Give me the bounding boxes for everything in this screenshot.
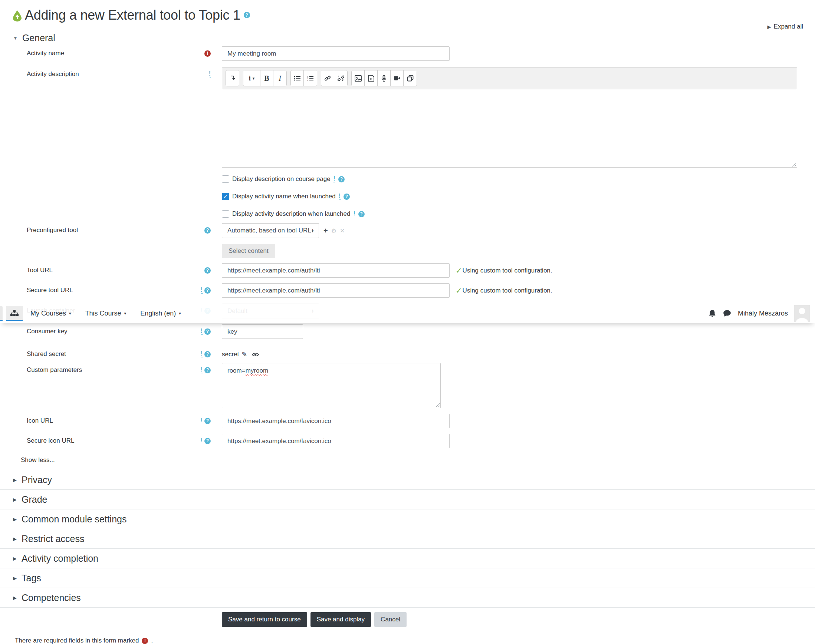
nav-language[interactable]: English (en) ▾: [140, 310, 181, 317]
warning-icon[interactable]: !: [209, 71, 211, 78]
secure-tool-url-label: Secure tool URL: [27, 287, 73, 294]
help-icon[interactable]: ?: [205, 328, 211, 335]
custom-parameters-textarea[interactable]: room=myroom: [222, 363, 441, 408]
required-icon: !: [142, 638, 148, 644]
bold-icon[interactable]: B: [260, 71, 274, 86]
warning-icon[interactable]: !: [339, 193, 341, 200]
checkbox-row: ✓ Display activity name when launched ! …: [222, 193, 815, 200]
nav-my-courses[interactable]: My Courses ▾: [31, 310, 71, 317]
warning-icon[interactable]: !: [353, 211, 355, 217]
user-name[interactable]: Mihály Mészáros: [738, 310, 788, 317]
row-tool-url: Tool URL ? ✓ Using custom tool configura…: [0, 263, 815, 278]
tool-url-input[interactable]: [222, 263, 450, 278]
external-tool-activity-icon: [13, 11, 22, 21]
help-icon[interactable]: ?: [338, 176, 344, 182]
chevron-right-icon: ▶: [13, 517, 17, 522]
help-icon[interactable]: ?: [205, 227, 211, 233]
expand-toolbar-icon[interactable]: [226, 71, 239, 86]
help-icon[interactable]: ?: [205, 438, 211, 444]
section-header-tags[interactable]: ▶ Tags: [0, 568, 815, 588]
chevron-down-icon: ▼: [13, 35, 18, 41]
show-less-link[interactable]: Show less...: [21, 456, 69, 464]
cancel-button[interactable]: Cancel: [374, 612, 407, 627]
activity-name-input[interactable]: [222, 46, 450, 61]
ordered-list-icon[interactable]: 123: [304, 71, 317, 86]
section-header-restrict-access[interactable]: ▶ Restrict access: [0, 529, 815, 549]
chevron-right-icon: ▶: [13, 536, 17, 542]
row-preconfigured-tool: Preconfigured tool ? Automatic, based on…: [0, 223, 815, 258]
collapsed-sections: ▶ Privacy ▶ Grade ▶ Common module settin…: [0, 470, 815, 608]
display-activity-name-checkbox[interactable]: ✓: [222, 193, 229, 200]
image-icon[interactable]: [352, 71, 364, 86]
save-and-return-button[interactable]: Save and return to course: [222, 612, 307, 627]
section-header-common-module-settings[interactable]: ▶ Common module settings: [0, 509, 815, 529]
warning-icon[interactable]: !: [201, 287, 203, 294]
unordered-list-icon[interactable]: [291, 71, 304, 86]
help-icon[interactable]: ?: [205, 267, 211, 274]
warning-icon[interactable]: !: [201, 417, 203, 424]
record-video-icon[interactable]: [391, 71, 404, 86]
help-icon[interactable]: ?: [205, 367, 211, 373]
resize-handle[interactable]: [791, 162, 796, 167]
save-and-display-button[interactable]: Save and display: [311, 612, 371, 627]
notifications-bell-icon[interactable]: [708, 309, 716, 318]
italic-icon[interactable]: I: [274, 71, 286, 86]
edit-pencil-icon[interactable]: ✎: [241, 350, 247, 359]
edit-tool-gear-icon: ⚙: [331, 227, 337, 234]
preconfigured-tool-select[interactable]: Automatic, based on tool URL ▴▾: [222, 223, 319, 238]
row-secure-icon-url: Secure icon URL ! ?: [0, 434, 815, 448]
chevron-right-icon: ▶: [13, 477, 17, 483]
help-icon[interactable]: ?: [205, 287, 211, 294]
chevron-right-icon: ▶: [13, 556, 17, 561]
tool-url-label: Tool URL: [27, 267, 53, 274]
navbar: My Courses ▾ This Course ▾ English (en) …: [0, 304, 815, 323]
section-header-privacy[interactable]: ▶ Privacy: [0, 470, 815, 490]
row-activity-name: Activity name !: [0, 46, 815, 61]
help-icon[interactable]: ?: [244, 12, 250, 18]
secure-icon-url-input[interactable]: [222, 434, 450, 448]
paragraph-style-icon[interactable]: i ▾: [243, 71, 260, 86]
manage-files-icon[interactable]: [404, 71, 417, 86]
nav-edge-tab: [0, 306, 3, 321]
delete-tool-icon: ✕: [340, 227, 344, 234]
section-header-grade[interactable]: ▶ Grade: [0, 490, 815, 509]
record-audio-icon[interactable]: [378, 71, 391, 86]
help-icon[interactable]: ?: [358, 211, 364, 217]
section-header-activity-completion[interactable]: ▶ Activity completion: [0, 549, 815, 568]
link-icon[interactable]: [321, 71, 334, 86]
misspelled-word: myroom: [246, 367, 268, 374]
chevron-right-icon: ▶: [13, 575, 17, 581]
help-icon[interactable]: ?: [205, 418, 211, 424]
resize-handle[interactable]: [435, 402, 440, 407]
custom-parameters-label: Custom parameters: [27, 366, 82, 374]
warning-icon[interactable]: !: [334, 176, 335, 182]
warning-icon[interactable]: !: [201, 351, 203, 357]
warning-icon[interactable]: !: [201, 437, 203, 444]
warning-icon[interactable]: !: [201, 366, 203, 373]
help-icon[interactable]: ?: [343, 193, 350, 200]
display-activity-description-checkbox[interactable]: [222, 210, 229, 218]
required-fields-note: There are required fields in this form m…: [15, 637, 815, 644]
secure-icon-url-label: Secure icon URL: [27, 437, 75, 445]
nav-this-course[interactable]: This Course ▾: [85, 310, 126, 317]
chevron-right-icon: ▶: [767, 24, 771, 30]
editor-textarea[interactable]: [222, 89, 797, 167]
icon-url-label: Icon URL: [27, 417, 53, 425]
sitemap-icon[interactable]: [6, 306, 23, 321]
display-description-checkbox[interactable]: [222, 175, 229, 183]
help-icon[interactable]: ?: [205, 351, 211, 357]
warning-icon[interactable]: !: [201, 328, 203, 335]
consumer-key-input[interactable]: [222, 324, 303, 339]
media-icon[interactable]: [364, 71, 378, 86]
add-tool-icon[interactable]: +: [323, 227, 328, 235]
show-secret-eye-icon[interactable]: [252, 352, 259, 357]
section-header-competencies[interactable]: ▶ Competencies: [0, 588, 815, 608]
avatar[interactable]: [794, 305, 810, 322]
section-header-general[interactable]: ▼ General: [13, 33, 815, 43]
expand-all-link[interactable]: ▶ Expand all: [767, 23, 803, 31]
unlink-icon[interactable]: [334, 71, 347, 86]
secure-tool-url-input[interactable]: [222, 283, 450, 298]
consumer-key-label: Consumer key: [27, 328, 68, 335]
icon-url-input[interactable]: [222, 414, 450, 428]
messages-chat-icon[interactable]: [723, 310, 732, 317]
